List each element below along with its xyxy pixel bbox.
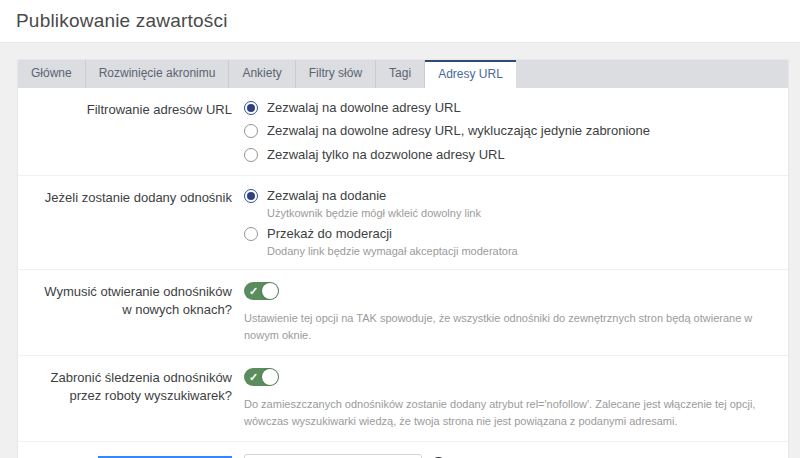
radio-option-label: Zezwalaj na dowolne adresy URL, wyklucza… [267,123,650,139]
nofollow-label: Zabronić śledzenia odnośników przez robo… [32,368,232,429]
url-filtering-label: Filtrowanie adresów URL [32,100,232,163]
tab-filtry-slow[interactable]: Filtry słów [296,60,376,88]
tab-rozwiniecie-akronimu[interactable]: Rozwinięcie akronimu [86,60,230,88]
radio-option-label: Zezwalaj na dowolne adresy URL [267,100,461,116]
link-added-label: Jeżeli zostanie dodany odnośnik [32,188,232,258]
toggle-knob [262,369,278,385]
radio-option-label: Zezwalaj tylko na dozwolone adresy URL [267,147,505,163]
tab-adresy-url[interactable]: Adresy URL [425,60,516,88]
check-icon: ✓ [249,283,258,299]
domain-item-row: ≡ ✕ [244,454,774,458]
row-nofollow: Zabronić śledzenia odnośników przez robo… [18,356,788,442]
nofollow-helper: Do zamieszczanych odnośników zostanie do… [244,396,774,429]
radio-option-helper: Dodany link będzie wymagał akceptacji mo… [267,245,518,257]
radio-option-label: Zezwalaj na dodanie [267,188,481,204]
new-window-label: Wymusić otwieranie odnośników w nowych o… [32,282,232,343]
radio-option-helper: Użytkownik będzie mógł wkleić dowolny li… [267,207,481,219]
page-header: Publikowanie zawartości [0,0,800,43]
radio-icon[interactable] [244,101,258,115]
radio-option-allow-except-banned[interactable]: Zezwalaj na dowolne adresy URL, wyklucza… [244,123,774,139]
radio-option-send-to-moderation[interactable]: Przekaż do moderacji Dodany link będzie … [244,226,774,257]
excluded-domains-label: Domeny, które zostaną wykluczone z rel='… [32,454,232,458]
row-url-filtering: Filtrowanie adresów URL Zezwalaj na dowo… [18,88,788,176]
radio-option-allow-any-url[interactable]: Zezwalaj na dowolne adresy URL [244,100,774,116]
radio-option-label: Przekaż do moderacji [267,226,518,242]
tab-tagi[interactable]: Tagi [376,60,425,88]
row-excluded-domains: Domeny, które zostaną wykluczone z rel='… [18,442,788,458]
row-new-window: Wymusić otwieranie odnośników w nowych o… [18,270,788,356]
settings-card: Główne Rozwinięcie akronimu Ankiety Filt… [18,60,788,458]
new-window-helper: Ustawienie tej opcji na TAK spowoduje, ż… [244,310,774,343]
radio-option-allow-adding[interactable]: Zezwalaj na dodanie Użytkownik będzie mó… [244,188,774,219]
row-link-added: Jeżeli zostanie dodany odnośnik Zezwalaj… [18,176,788,271]
tabbar: Główne Rozwinięcie akronimu Ankiety Filt… [18,60,788,88]
toggle-knob [262,283,278,299]
tab-glowne[interactable]: Główne [18,60,86,88]
radio-icon[interactable] [244,227,258,241]
page-title: Publikowanie zawartości [16,10,228,32]
radio-option-allow-only-whitelisted[interactable]: Zezwalaj tylko na dozwolone adresy URL [244,147,774,163]
radio-icon[interactable] [244,189,258,203]
nofollow-toggle[interactable]: ✓ [244,368,279,386]
radio-icon[interactable] [244,124,258,138]
new-window-toggle[interactable]: ✓ [244,282,279,300]
check-icon: ✓ [249,369,258,385]
radio-icon[interactable] [244,148,258,162]
tab-ankiety[interactable]: Ankiety [229,60,295,88]
domain-input[interactable] [244,454,422,458]
